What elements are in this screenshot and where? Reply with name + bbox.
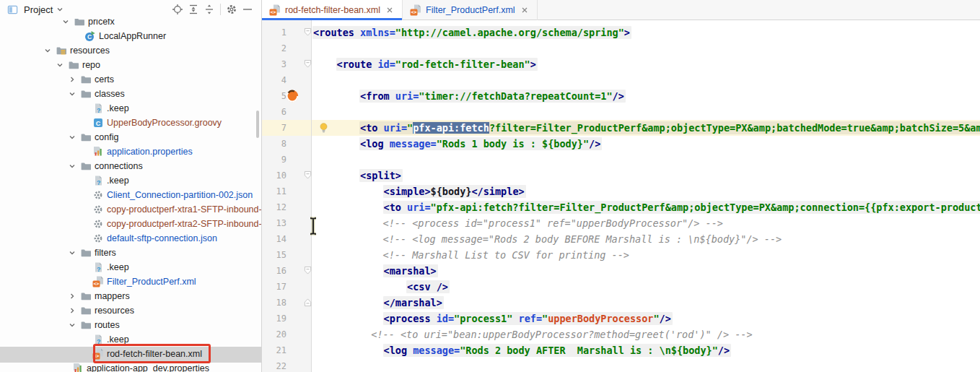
code-token: /> [718,345,730,356]
code-line[interactable]: <log message="Rods 1 body is : ${body}"/… [312,136,980,152]
code-line[interactable] [312,72,980,88]
chevron-down-icon[interactable] [68,248,76,257]
folder-icon [80,131,92,143]
chevron-down-icon[interactable] [68,162,76,170]
tree-row[interactable]: filters [0,246,261,260]
code-token: <!-- <log message="Rods 2 body BEFORE Ma… [383,233,782,245]
editor-tabs: <>rod-fetch-filter-bean.xml<>Filter_Prod… [262,0,980,20]
tree-row[interactable]: application.properties [0,144,261,159]
chevron-down-icon[interactable] [43,46,52,55]
code-line[interactable]: <to uri="pfx-api:fetch?filter=Filter_Pro… [312,199,980,215]
editor-body[interactable]: 12345678910111213141516171819202122 <rou… [262,20,980,372]
code-token: "timer://fetchData?repeatCount=1" [419,90,612,102]
line-number: 18 [262,295,286,311]
code-line[interactable] [312,104,980,120]
settings-gear-button[interactable] [224,1,240,17]
chevron-right-icon[interactable] [68,75,76,84]
tree-row[interactable]: copy-productperf-xtra1-SFTP-inbound-pa [0,202,261,217]
code-token: <process [384,313,437,324]
code-token: " [407,122,413,134]
locate-file-button[interactable] [170,1,185,17]
code-line[interactable]: <split> [312,168,980,183]
tree-row[interactable]: routes [0,318,261,332]
tree-row[interactable]: copy-productperf-xtra2-SFTP-inbound-pa [0,217,261,231]
line-number: 11 [262,183,286,199]
fold-marker-icon[interactable] [304,298,312,307]
fold-marker-icon[interactable] [304,170,312,180]
tree-row[interactable]: resources [0,43,261,58]
fold-marker-icon[interactable] [304,59,312,69]
close-icon[interactable] [520,5,530,15]
tree-row[interactable]: connections [0,159,261,173]
code-token: <to [384,202,408,213]
code-fragment: <to uri="pfx-api:fetch?filter=Filter_Pro… [359,121,980,134]
chevron-down-icon[interactable] [68,133,76,142]
tree-row[interactable]: certs [0,72,261,87]
tree-row[interactable]: Client_Connection-partition-002.json [0,188,261,202]
chevron-down-icon[interactable] [56,5,64,14]
chevron-down-icon[interactable] [56,61,64,69]
file-xml-icon: <> [92,276,104,287]
tree-item-label: Filter_ProductPerf.xml [107,276,196,288]
code-line[interactable]: <!-- Marshall List to CSV for printing -… [312,247,980,263]
tool-window-icon [7,4,18,15]
collapse-all-button[interactable] [201,1,217,17]
code-line[interactable]: <marshal> [312,263,980,279]
code-token: <from [360,90,395,102]
tree-row[interactable]: <>Filter_ProductPerf.xml [0,274,261,289]
code-area[interactable]: <routes xmlns="http://camel.apache.org/s… [312,25,980,372]
close-icon[interactable] [385,5,395,15]
code-line[interactable]: <!-- <process id="process1" ref="upperBo… [312,215,980,231]
code-line[interactable]: <process id="process1" ref="upperBodyPro… [312,311,980,326]
code-token: id= [377,59,395,70]
chevron-down-icon[interactable] [68,90,76,98]
code-line[interactable]: </marshal> [312,295,980,311]
tree-row[interactable]: classes [0,87,261,101]
editor-tab[interactable]: <>Filter_ProductPerf.xml [403,0,538,20]
line-number: 6 [262,104,286,120]
code-line[interactable]: <!-- <log message="Rods 2 body BEFORE Ma… [312,231,980,247]
panel-scrollbar-thumb[interactable] [256,111,259,138]
tree-row[interactable]: ?.keep [0,173,261,188]
fold-marker-icon[interactable] [304,266,312,275]
code-line[interactable] [312,40,980,56]
code-fragment: <csv /> [406,280,450,293]
tree-row[interactable]: mappers [0,289,261,303]
chevron-down-icon[interactable] [68,321,76,329]
tree-row[interactable]: ?.keep [0,101,261,116]
panel-splitter[interactable] [261,0,262,372]
tree-row[interactable]: resources [0,303,261,318]
panel-title[interactable]: Project [24,4,53,15]
hide-panel-button[interactable] [240,1,255,17]
expand-all-button[interactable] [185,1,201,17]
code-fragment: <split> [359,169,403,182]
tree-row[interactable]: repo [0,58,261,72]
code-line[interactable]: <log message="Rods 2 body AFTER Marshall… [312,342,980,358]
lightbulb-icon[interactable] [318,122,329,134]
editor-tab[interactable]: <>rod-fetch-filter-bean.xml [262,0,403,20]
code-token: <csv /> [407,281,448,293]
tree-row[interactable]: CUpperBodyProcessor.groovy [0,116,261,130]
chevron-right-icon[interactable] [68,306,76,315]
code-line[interactable]: <to uri="pfx-api:fetch?filter=Filter_Pro… [312,120,980,136]
code-line[interactable]: <routes xmlns="http://camel.apache.org/s… [312,25,980,40]
code-line[interactable]: <!-- <to uri="bean:upperBodyProcessor?me… [312,326,980,342]
fold-marker-icon[interactable] [304,27,312,37]
tree-item-label: .keep [107,175,129,187]
code-fragment: <!-- <log message="Rods 2 body BEFORE Ma… [383,233,782,245]
file-json-icon [92,204,104,215]
tree-row[interactable]: ?.keep [0,260,261,274]
tree-row[interactable]: default-sftp-connection.json [0,231,261,246]
code-line[interactable]: <route id="rod-fetch-filter-bean"> [312,56,980,72]
code-line[interactable] [312,152,980,168]
chevron-right-icon[interactable] [68,292,76,300]
code-line[interactable]: <from uri="timer://fetchData?repeatCount… [312,88,980,104]
camel-icon [286,90,299,103]
tree-row[interactable]: CLocalAppRunner [0,29,261,43]
code-line[interactable]: <simple>${body}</simple> [312,183,980,199]
code-line[interactable] [312,358,980,372]
code-line[interactable]: <csv /> [312,279,980,295]
tree-row[interactable]: config [0,130,261,144]
code-fragment: <to uri="pfx-api:fetch?filter=Filter_Pro… [383,201,980,214]
code-fragment: <from uri="timer://fetchData?repeatCount… [359,90,626,103]
